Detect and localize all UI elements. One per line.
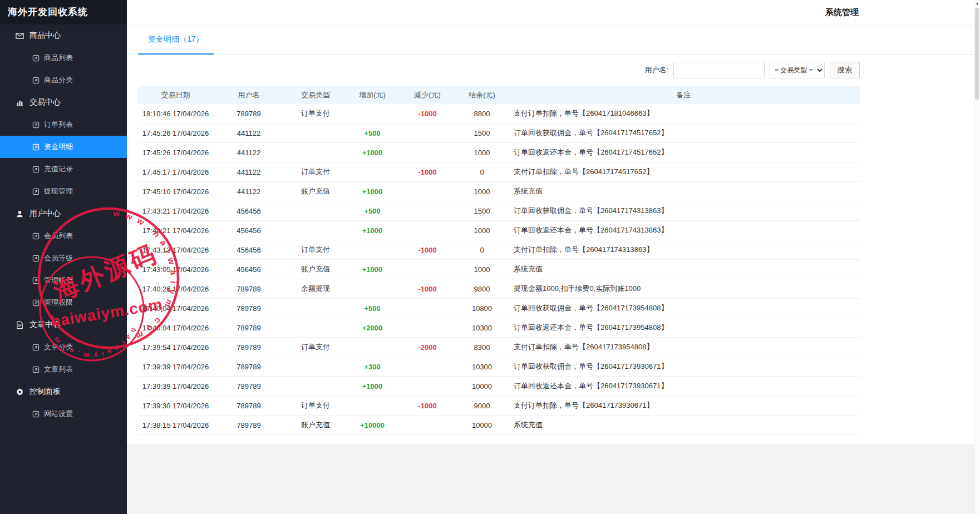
cell-increase: +2000 [347,318,398,338]
cell-decrease [398,221,457,240]
username-input[interactable] [673,62,765,78]
cell-balance: 1500 [457,123,507,143]
cell-date: 17:43:21 17/04/2026 [138,221,213,240]
col-header-type: 交易类型 [284,86,347,104]
sidebar-item-order-list[interactable]: 订单列表 [0,113,127,136]
cell-username: 789789 [213,299,284,318]
cell-balance: 9800 [457,279,507,299]
cell-balance: 10000 [457,377,507,396]
table-row: 17:45:10 17/04/2026 441122 账户充值 +1000 10… [138,182,860,201]
sidebar-item-article-category[interactable]: 文章分类 [0,336,127,358]
submenu-square-arrow-icon [32,188,40,195]
sidebar-section-label: 商品中心 [29,31,61,41]
filter-bar: 用户名: = 交易类型 = 搜索 [138,62,860,78]
cell-note: 订单回收获取佣金，单号【260417173930671】 [507,357,860,377]
table-row: 17:38:15 17/04/2026 789789 账户充值 +10000 1… [138,416,860,435]
cell-decrease: -2000 [398,338,457,357]
table-row: 18:10:46 17/04/2026 789789 订单支付 -1000 88… [138,104,860,123]
cell-increase: +1000 [347,221,398,240]
sidebar-item-product-category[interactable]: 商品分类 [0,69,127,91]
cell-date: 17:39:39 17/04/2026 [138,357,213,377]
sidebar: 海外开发回收系统 商品中心 商品列表 商品分类 交易中心 [0,0,127,514]
cell-username: 441122 [213,162,284,182]
app-window: 海外开发回收系统 商品中心 商品列表 商品分类 交易中心 [0,0,980,514]
sidebar-item-admin-account[interactable]: 管理帐号 [0,269,127,291]
cell-decrease [398,201,457,221]
sidebar-item-website-settings[interactable]: 网站设置 [0,403,127,425]
search-button[interactable]: 搜索 [830,62,860,78]
scrollbar-thumb[interactable] [975,8,979,100]
cell-balance: 10800 [457,299,507,318]
user-icon [16,210,24,218]
sidebar-item-label: 文章分类 [44,342,73,352]
cell-increase: +1000 [347,377,398,396]
tab-strip: 资金明细（17） [127,26,980,55]
cell-note: 订单回收返还本金，单号【260417173954808】 [507,318,860,338]
col-header-balance: 结余(元) [457,86,507,104]
cell-date: 17:39:30 17/04/2026 [138,396,213,416]
sidebar-item-label: 充值记录 [44,164,73,174]
transaction-type-select[interactable]: = 交易类型 = [770,62,825,78]
cell-note: 系统充值 [507,260,860,279]
tab-fund-details[interactable]: 资金明细（17） [138,26,214,55]
system-management-menu[interactable]: 系统管理 [825,7,859,18]
sidebar-item-label: 会员等级 [44,253,73,263]
cell-type [284,143,347,162]
sidebar-section-label: 文章中心 [29,320,61,330]
cell-username: 441122 [213,182,284,201]
sidebar-item-withdrawal-management[interactable]: 提现管理 [0,180,127,202]
cell-decrease [398,260,457,279]
sidebar-section-user-center[interactable]: 用户中心 [0,202,127,225]
cell-increase: +1000 [347,143,398,162]
sidebar-section-trade-center[interactable]: 交易中心 [0,91,127,113]
col-header-date: 交易日期 [138,86,213,104]
sidebar-item-recharge-records[interactable]: 充值记录 [0,158,127,180]
sidebar-section-product-center[interactable]: 商品中心 [0,24,127,47]
fund-details-table: 交易日期 用户名 交易类型 增加(元) 减少(元) 结余(元) 备注 18:10… [138,86,860,435]
cell-note: 订单回收返还本金，单号【260417173930671】 [507,377,860,396]
submenu-square-arrow-icon [32,344,40,351]
cell-increase: +500 [347,123,398,143]
table-row: 17:40:04 17/04/2026 789789 +2000 10300 订… [138,318,860,338]
sidebar-item-label: 商品列表 [44,53,73,63]
sidebar-section-control-panel[interactable]: 控制面板 [0,380,127,403]
cell-increase: +500 [347,201,398,221]
submenu-square-arrow-icon [32,77,40,84]
cell-balance: 0 [457,162,507,182]
sidebar-item-label: 商品分类 [44,75,73,85]
cell-balance: 0 [457,240,507,260]
cell-increase: +300 [347,357,398,377]
scrollbar[interactable]: ▲ [974,0,980,514]
sidebar-item-article-list[interactable]: 文章列表 [0,358,127,380]
cell-note: 订单回收返还本金，单号【260417174313863】 [507,221,860,240]
cell-decrease [398,299,457,318]
cell-decrease: -1000 [398,396,457,416]
cell-increase: +10000 [347,416,398,435]
sidebar-item-fund-details[interactable]: 资金明细 [0,136,127,158]
sidebar-section-article-center[interactable]: 文章中心 [0,314,127,336]
col-header-note: 备注 [507,86,860,104]
cell-increase [347,338,398,357]
scroll-up-arrow-icon[interactable]: ▲ [974,0,980,7]
cell-note: 支付订单扣除，单号【260417174313863】 [507,240,860,260]
table-row: 17:43:21 17/04/2026 456456 +500 1500 订单回… [138,201,860,221]
cell-type: 账户充值 [284,260,347,279]
cell-decrease [398,377,457,396]
sidebar-item-product-list[interactable]: 商品列表 [0,47,127,69]
sidebar-item-member-level[interactable]: 会员等级 [0,247,127,269]
submenu-square-arrow-icon [32,144,40,151]
cell-type: 订单支付 [284,396,347,416]
cell-username: 789789 [213,416,284,435]
submenu-square-arrow-icon [32,55,40,62]
table-row: 17:39:39 17/04/2026 789789 +300 10300 订单… [138,357,860,377]
cell-type [284,318,347,338]
cell-username: 441122 [213,143,284,162]
cell-type [284,201,347,221]
cell-increase [347,279,398,299]
table-row: 17:45:26 17/04/2026 441122 +1000 1000 订单… [138,143,860,162]
cell-note: 支付订单扣除，单号【260417173930671】 [507,396,860,416]
cell-date: 17:45:10 17/04/2026 [138,182,213,201]
sidebar-item-member-list[interactable]: 会员列表 [0,225,127,247]
sidebar-item-admin-permission[interactable]: 管理权限 [0,291,127,314]
table-row: 17:40:04 17/04/2026 789789 +500 10800 订单… [138,299,860,318]
